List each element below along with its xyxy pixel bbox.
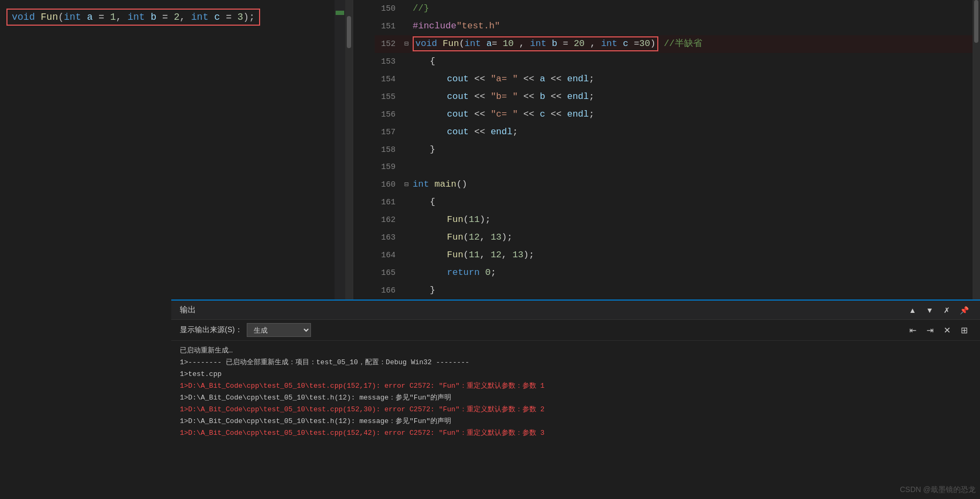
line-number-165: 165	[375, 265, 404, 282]
line-number-157: 157	[375, 124, 404, 141]
code-line-163: 163 Fun(12, 13);	[375, 229, 980, 247]
scroll-up-button[interactable]: ▲	[905, 304, 920, 317]
line-number-158: 158	[375, 142, 404, 159]
line-number-160: 160	[375, 176, 404, 194]
code-content-161: {	[413, 194, 980, 211]
left-editor-panel: void Fun(int a = 1, int b = 2, int c = 3…	[0, 0, 353, 300]
output-content: 已启动重新生成… 1>-------- 已启动全部重新生成：项目：test_05…	[171, 341, 980, 499]
output-line-4: 1>D:\A_Bit_Code\cpp\test_05_10\test.cpp(…	[180, 380, 971, 392]
code-line-158: 158 }	[375, 141, 980, 159]
code-content-154: cout << "a= " << a << endl;	[413, 71, 980, 88]
output-line-5: 1>D:\A_Bit_Code\cpp\test_05_10\test.h(12…	[180, 392, 971, 404]
output-line-7: 1>D:\A_Bit_Code\cpp\test_05_10\test.h(12…	[180, 416, 971, 427]
watermark: CSDN @戢墨镜的恐龙	[900, 485, 976, 495]
output-action-btn-1[interactable]: ⇤	[905, 324, 920, 336]
header-declaration-text: void Fun(int a = 1, int b = 2, int c = 3…	[12, 12, 255, 22]
line-number-151: 151	[375, 18, 404, 35]
code-line-150: 150 //}	[375, 0, 980, 18]
code-content-166: }	[413, 282, 980, 299]
line-number-163: 163	[375, 229, 404, 247]
left-minimap-bar	[336, 11, 344, 15]
output-action-btn-3[interactable]: ✕	[939, 324, 954, 336]
code-line-154: 154 cout << "a= " << a << endl;	[375, 71, 980, 88]
output-source-row: 显示输出来源(S)： 生成 ⇤ ⇥ ✕ ⊞	[171, 320, 980, 341]
code-line-156: 156 cout << "c= " << c << endl;	[375, 106, 980, 124]
output-line-6: 1>D:\A_Bit_Code\cpp\test_05_10\test.cpp(…	[180, 404, 971, 416]
code-line-155: 155 cout << "b= " << b << endl;	[375, 88, 980, 106]
output-source-select[interactable]: 生成	[247, 323, 311, 337]
output-line-3: 1>test.cpp	[180, 369, 971, 380]
right-scrollbar-thumb[interactable]	[974, 0, 978, 43]
right-scrollbar[interactable]	[973, 0, 980, 300]
output-panel: 输出 ▲ ▼ ✗ 📌 显示输出来源(S)： 生成 ⇤ ⇥ ✕ ⊞ 已启动重新生成…	[171, 300, 980, 499]
code-line-164: 164 Fun(11, 12, 13);	[375, 247, 980, 264]
fold-btn-152[interactable]: ⊟	[404, 35, 413, 52]
output-line-8: 1>D:\A_Bit_Code\cpp\test_05_10\test.cpp(…	[180, 427, 971, 439]
code-line-166: 166 }	[375, 282, 980, 300]
output-action-btn-4[interactable]: ⊞	[956, 324, 971, 336]
output-line-2: 1>-------- 已启动全部重新生成：项目：test_05_10，配置：De…	[180, 357, 971, 369]
fold-btn-160[interactable]: ⊟	[404, 176, 413, 193]
code-content-155: cout << "b= " << b << endl;	[413, 88, 980, 105]
line-number-155: 155	[375, 89, 404, 106]
code-content-164: Fun(11, 12, 13);	[413, 247, 980, 264]
left-minimap	[335, 0, 345, 300]
code-content-150: //}	[413, 0, 980, 17]
code-content-153: {	[413, 53, 980, 70]
code-line-157: 157 cout << endl;	[375, 124, 980, 141]
right-editor-panel: 150 //} 151 #include"test.h" 152 ⊟ void …	[375, 0, 980, 300]
code-line-161: 161 {	[375, 194, 980, 211]
line-number-150: 150	[375, 1, 404, 18]
code-content-156: cout << "c= " << c << endl;	[413, 106, 980, 123]
line-number-161: 161	[375, 194, 404, 211]
output-header: 输出 ▲ ▼ ✗ 📌	[171, 301, 980, 320]
code-line-160: 160 ⊟ int main()	[375, 176, 980, 194]
line-number-153: 153	[375, 53, 404, 71]
pin-output-button[interactable]: 📌	[956, 304, 971, 317]
code-line-159: 159	[375, 159, 980, 176]
clear-output-button[interactable]: ✗	[939, 304, 954, 317]
left-scrollbar[interactable]	[345, 0, 353, 300]
code-content-158: }	[413, 141, 980, 158]
output-source-label: 显示输出来源(S)：	[180, 325, 242, 335]
line-number-156: 156	[375, 106, 404, 124]
code-line-153: 153 {	[375, 53, 980, 71]
code-content-165: return 0;	[413, 264, 980, 281]
line-number-164: 164	[375, 247, 404, 264]
output-toolbar: ▲ ▼ ✗ 📌	[905, 304, 971, 317]
line-number-154: 154	[375, 71, 404, 88]
code-content-151: #include"test.h"	[413, 18, 980, 35]
line-number-159: 159	[375, 159, 404, 176]
code-area: 150 //} 151 #include"test.h" 152 ⊟ void …	[375, 0, 980, 300]
left-scrollbar-thumb[interactable]	[347, 16, 351, 48]
code-line-165: 165 return 0;	[375, 264, 980, 282]
code-line-162: 162 Fun(11);	[375, 211, 980, 229]
header-declaration-box: void Fun(int a = 1, int b = 2, int c = 3…	[6, 9, 260, 26]
scroll-down-button[interactable]: ▼	[922, 304, 937, 317]
code-content-152: void Fun(int a= 10 , int b = 20 , int c …	[413, 35, 980, 52]
line-number-152: 152	[375, 36, 404, 53]
output-line-1: 已启动重新生成…	[180, 345, 971, 357]
code-content-162: Fun(11);	[413, 211, 980, 228]
code-line-151: 151 #include"test.h"	[375, 18, 980, 35]
code-line-152: 152 ⊟ void Fun(int a= 10 , int b = 20 , …	[375, 35, 980, 53]
output-action-btn-2[interactable]: ⇥	[922, 324, 937, 336]
line-number-162: 162	[375, 212, 404, 229]
code-content-163: Fun(12, 13);	[413, 229, 980, 246]
output-title: 输出	[180, 305, 196, 315]
line-number-166: 166	[375, 282, 404, 300]
code-content-160: int main()	[413, 176, 980, 193]
code-content-157: cout << endl;	[413, 124, 980, 141]
